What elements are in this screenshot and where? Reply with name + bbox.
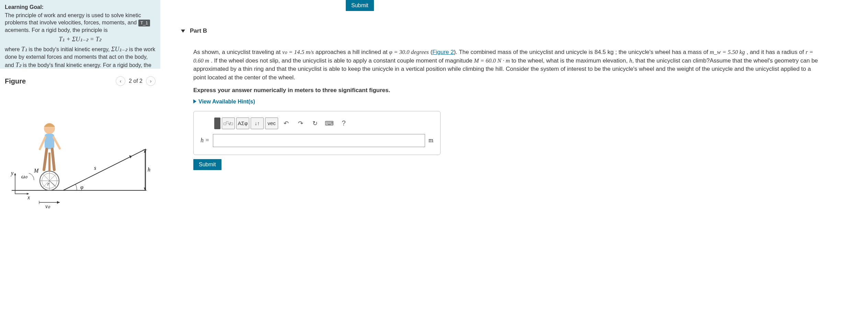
answer-variable-label: h = [201, 137, 209, 144]
vec-button[interactable]: vec [265, 118, 278, 129]
subsup-button[interactable]: ↓↑ [251, 118, 264, 129]
sumu-var: ΣU₁₋₂ [111, 46, 128, 53]
svg-text:s: s [94, 165, 96, 171]
learning-goal-panel: Learning Goal: The principle of work and… [0, 0, 160, 69]
lg-text: The principle of work and energy is used… [5, 12, 141, 26]
svg-marker-22 [14, 173, 16, 175]
lg-text: is the body's final kinetic energy. For … [5, 62, 151, 69]
svg-text:r: r [47, 181, 49, 187]
templates-button[interactable]: □□√□ [222, 118, 235, 129]
svg-line-8 [49, 174, 56, 181]
collapse-icon [181, 30, 185, 33]
keyboard-button[interactable]: ⌨ [323, 118, 336, 129]
undo-button[interactable]: ↶ [279, 118, 293, 129]
view-hints-link[interactable]: View Available Hint(s) [193, 99, 860, 105]
figure-2-link[interactable]: Figure 2 [432, 49, 454, 55]
svg-text:φ: φ [80, 184, 83, 190]
svg-line-15 [40, 137, 45, 149]
submit-button[interactable]: Submit [193, 159, 221, 170]
svg-text:y: y [10, 170, 14, 176]
expand-icon [193, 99, 196, 103]
t1-var: T₁ [21, 46, 27, 53]
learning-goal-title: Learning Goal: [5, 3, 156, 11]
redo-button[interactable]: ↷ [294, 118, 307, 129]
figure-diagram: y x M ω₀ r s φ [2, 101, 158, 211]
reset-button[interactable]: ↻ [308, 118, 321, 129]
answer-instruction: Express your answer numerically in meter… [193, 87, 860, 94]
t2-var: T₂ [15, 62, 21, 68]
svg-text:M: M [34, 168, 39, 174]
svg-rect-14 [45, 134, 54, 149]
svg-text:h: h [148, 167, 150, 172]
svg-line-28 [49, 181, 56, 186]
svg-line-16 [54, 137, 60, 148]
svg-text:x: x [27, 194, 30, 200]
lg-text: acements. For a rigid body, the principl… [5, 27, 107, 33]
answer-unit: m [429, 137, 433, 144]
answer-input[interactable] [213, 134, 425, 147]
figure-title: Figure [5, 77, 26, 85]
problem-statement: As shown, a unicyclist traveling at v₀ =… [193, 48, 818, 82]
pager-prev-button[interactable]: ‹ [116, 76, 125, 86]
svg-text:v₀: v₀ [45, 203, 50, 209]
svg-line-18 [52, 149, 54, 170]
svg-line-17 [44, 149, 47, 170]
svg-text:ω₀: ω₀ [21, 174, 28, 179]
svg-line-29 [63, 156, 132, 190]
greek-button[interactable]: ΑΣφ [236, 118, 249, 129]
lg-text: where [5, 46, 21, 52]
principle-equation: T₁ + ΣU₁₋₂ = T₂ [5, 35, 156, 43]
part-title: Part B [190, 27, 207, 34]
part-b-header[interactable]: Part B [181, 27, 860, 34]
figure-pager: ‹ 2 of 2 › [116, 76, 156, 86]
badge-t1[interactable]: T_1 [138, 20, 150, 26]
submit-button-top[interactable]: Submit [346, 0, 374, 11]
pager-text: 2 of 2 [129, 78, 142, 84]
toolbar-handle[interactable] [214, 118, 220, 129]
answer-box: □□√□ ΑΣφ ↓↑ vec ↶ ↷ ↻ ⌨ ? h = m [193, 111, 441, 155]
equation-toolbar: □□√□ ΑΣφ ↓↑ vec ↶ ↷ ↻ ⌨ ? [214, 118, 433, 129]
lg-text: is the body's initial kinetic energy, [27, 46, 111, 52]
svg-marker-40 [57, 201, 60, 204]
svg-line-10 [43, 174, 49, 181]
help-button[interactable]: ? [337, 118, 350, 129]
pager-next-button[interactable]: › [146, 76, 156, 86]
